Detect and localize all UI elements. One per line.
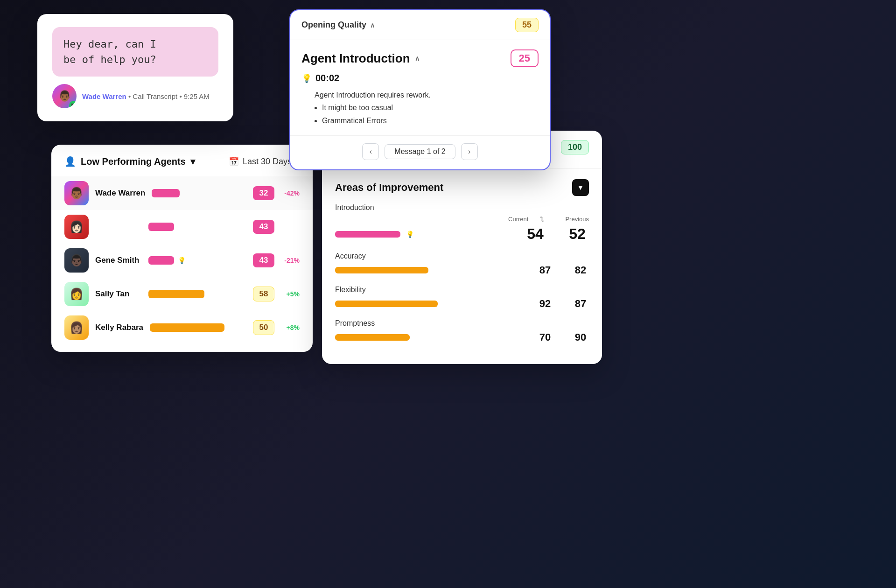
timestamp: 00:02 [315, 73, 339, 84]
promptness-current: 70 [537, 331, 553, 343]
flexibility-bar [335, 301, 438, 307]
accuracy-label: Accuracy [335, 252, 589, 260]
change-badge: +5% [281, 290, 300, 298]
score-bar [148, 223, 174, 231]
flexibility-bar-row: 92 87 [335, 298, 589, 310]
promptness-previous: 90 [572, 331, 589, 343]
flexibility-scores: 92 87 [537, 298, 589, 310]
accuracy-previous: 82 [572, 264, 589, 276]
date-filter-label: Last 30 Days [243, 157, 292, 167]
opening-quality-bar: Opening Quality ∧ 55 [290, 10, 550, 40]
promptness-bar [335, 334, 410, 341]
areas-body: Introduction Current ⇅ Previous 💡 54 52 … [322, 203, 602, 364]
rework-text: Agent Introduction requires rework. [315, 89, 539, 101]
chat-time-separator: • [179, 92, 183, 100]
chevron-down-icon: ▾ [190, 156, 195, 167]
score-bar [148, 290, 204, 298]
flexibility-current: 92 [537, 298, 553, 310]
table-row[interactable]: 👨🏿 Gene Smith 💡 43 -21% [51, 244, 313, 277]
score-box: 32 [253, 186, 274, 200]
avatar: 👩🏽 [64, 315, 89, 340]
chat-card: Hey dear, can I be of help you? 👨🏾 📞 Wad… [37, 14, 233, 121]
agent-name: Sally Tan [95, 289, 142, 299]
accuracy-bar [335, 267, 428, 273]
intro-bar-row: 💡 54 52 [335, 225, 589, 243]
change-badge: -42% [281, 189, 300, 197]
agent-intro-card: Opening Quality ∧ 55 Agent Introduction … [289, 9, 551, 170]
change-badge: +8% [281, 324, 300, 331]
flexibility-previous: 87 [572, 298, 589, 310]
areas-header: Areas of Improvement ▼ [322, 169, 602, 203]
greeting-score: 100 [561, 140, 589, 154]
table-row[interactable]: 👩 Sally Tan 58 +5% [51, 277, 313, 311]
agent-intro-title: Agent Introduction ∧ [301, 51, 420, 66]
chevron-up-icon-2[interactable]: ∧ [415, 55, 420, 62]
intro-score-bar [335, 231, 400, 238]
score-bar [150, 323, 224, 332]
table-row[interactable]: 👨🏾 Wade Warren 32 -42% [51, 176, 313, 210]
agent-name: Gene Smith [95, 256, 142, 265]
score-bar [152, 189, 180, 197]
chat-line1: Hey dear, can I [63, 38, 156, 50]
agent-name: Wade Warren [95, 189, 145, 198]
flexibility-label: Flexibility [335, 286, 589, 294]
score-box: 43 [253, 220, 274, 234]
sort-icon: ⇅ [539, 216, 545, 223]
table-row[interactable]: 👩🏻 43 [51, 210, 313, 244]
promptness-metric: Promptness 70 90 [335, 319, 589, 343]
avatar: 👨🏾 [64, 181, 89, 205]
avatar: 👩 [64, 282, 89, 306]
agents-title: Low Performing Agents [81, 156, 186, 167]
promptness-bar-row: 70 90 [335, 331, 589, 343]
current-col-header: Current [508, 216, 528, 223]
score-bar [148, 256, 174, 265]
chat-line2: be of help you? [63, 54, 156, 65]
bulb-icon: 💡 [301, 73, 312, 84]
rework-bullet-1: It might be too casual [322, 101, 539, 115]
chat-call-type: Call Transcript [133, 92, 177, 100]
avatar: 👨🏿 [64, 248, 89, 273]
chat-avatar-row: 👨🏾 📞 Wade Warren • Call Transcript • 9:2… [52, 84, 218, 108]
bulb-icon: 💡 [406, 231, 414, 238]
score-box: 43 [253, 253, 274, 267]
timestamp-row: 💡 00:02 [301, 73, 539, 84]
accuracy-scores: 87 82 [537, 264, 589, 276]
promptness-label: Promptness [335, 319, 589, 328]
message-nav: ‹ Message 1 of 2 › [290, 135, 550, 169]
agent-bar-wrap [150, 323, 246, 332]
phone-icon: 📞 [69, 101, 77, 108]
prev-message-button[interactable]: ‹ [362, 143, 379, 160]
next-message-button[interactable]: › [461, 143, 478, 160]
chat-meta: Wade Warren • Call Transcript • 9:25 AM [82, 92, 210, 100]
agent-bar-wrap [152, 189, 246, 197]
score-box: 50 [253, 320, 274, 335]
avatar: 👩🏻 [64, 215, 89, 239]
flexibility-metric: Flexibility 92 87 [335, 286, 589, 310]
agent-bar-wrap: 💡 [148, 256, 246, 265]
agents-icon: 👤 [64, 156, 76, 167]
message-of-label: Message 1 of 2 [385, 144, 455, 159]
score-box: 58 [253, 287, 274, 301]
areas-title: Areas of Improvement [335, 182, 443, 194]
rework-list: It might be too casual Grammatical Error… [322, 101, 539, 128]
opening-quality-label: Opening Quality ∧ [301, 20, 375, 30]
low-performing-agents-button[interactable]: 👤 Low Performing Agents ▾ [64, 156, 195, 167]
calendar-icon: 📅 [229, 156, 239, 167]
table-row[interactable]: 👩🏽 Kelly Rabara 50 +8% [51, 311, 313, 344]
introduction-metric: Introduction Current ⇅ Previous 💡 54 52 [335, 203, 589, 243]
intro-scores: 54 52 [524, 225, 589, 243]
agent-name-link[interactable]: Wade Warren [82, 92, 126, 100]
agent-intro-score: 25 [511, 49, 539, 67]
intro-previous-score: 52 [566, 225, 589, 243]
agent-name: Kelly Rabara [95, 323, 143, 332]
accuracy-bar-row: 87 82 [335, 264, 589, 276]
agent-intro-header: Agent Introduction ∧ 25 [290, 40, 550, 73]
agent-intro-body: 💡 00:02 Agent Introduction requires rewo… [290, 73, 550, 135]
avatar-emoji: 👨🏾 [58, 90, 71, 102]
chat-separator: • [128, 92, 133, 100]
filter-button[interactable]: ▼ [572, 179, 589, 196]
agents-header: 👤 Low Performing Agents ▾ 📅 Last 30 Days… [51, 145, 313, 176]
change-badge: -21% [281, 257, 300, 264]
chevron-up-icon[interactable]: ∧ [370, 21, 375, 29]
agent-bar-wrap [148, 223, 246, 231]
